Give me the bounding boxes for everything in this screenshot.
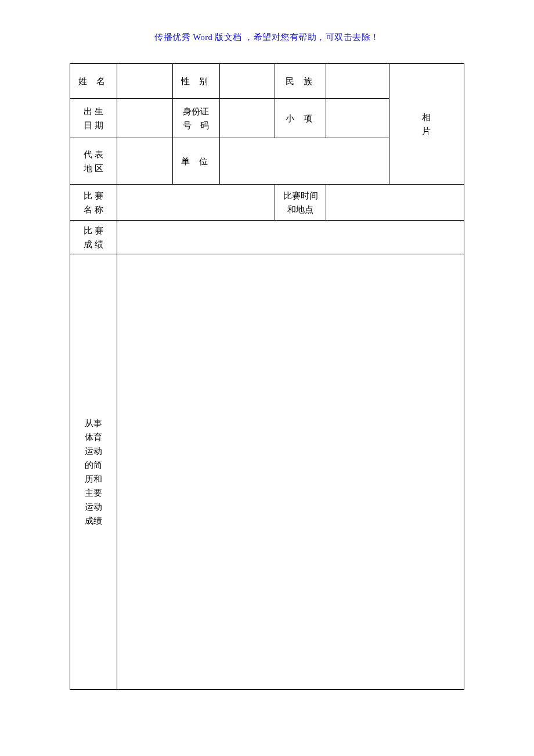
photo-label-2: 片 [422,127,431,136]
value-comp-time-place [326,185,464,221]
history-l3: 运动 [85,447,102,456]
label-unit: 单 位 [172,138,219,185]
label-name: 姓 名 [70,64,117,99]
label-comp-time-place: 比赛时间 和地点 [275,185,326,221]
label-birth-date-l1: 出 生 [84,107,103,116]
document-page: 传播优秀 Word 版文档 ，希望对您有帮助，可双击去除！ 姓 名 性 别 民 … [0,0,534,756]
history-l6: 主要 [85,488,102,498]
history-l4: 的简 [85,460,102,470]
value-comp-result [117,221,464,254]
value-id-number [219,99,275,138]
label-id-number: 身份证 号 码 [172,99,219,138]
value-birth-date [117,99,172,138]
label-comp-result-l1: 比 赛 [84,226,103,235]
history-l7: 运动 [85,502,102,512]
label-ethnicity: 民 族 [275,64,326,99]
label-comp-time-l2: 和地点 [287,205,313,214]
label-region-l2: 地 区 [84,164,103,173]
value-ethnicity [326,64,389,99]
header-note: 传播优秀 Word 版文档 ，希望对您有帮助，可双击去除！ [70,32,464,43]
label-id-l2: 号 码 [183,121,209,130]
value-name [117,64,172,99]
label-birth-date: 出 生 日 期 [70,99,117,138]
value-gender [219,64,275,99]
photo-cell: 相 片 [389,64,464,185]
history-l2: 体育 [85,433,102,442]
label-comp-name: 比 赛 名 称 [70,185,117,221]
value-unit [219,138,389,185]
label-region-l1: 代 表 [84,150,103,159]
label-sub-event: 小 项 [275,99,326,138]
history-l5: 历和 [85,474,102,484]
label-region: 代 表 地 区 [70,138,117,185]
label-comp-name-l1: 比 赛 [84,191,103,200]
label-comp-name-l2: 名 称 [84,205,103,214]
history-l8: 成绩 [85,516,102,525]
label-birth-date-l2: 日 期 [84,121,103,130]
photo-label-1: 相 [422,113,431,122]
label-comp-result: 比 赛 成 绩 [70,221,117,254]
label-comp-time-l1: 比赛时间 [283,191,318,200]
value-comp-name [117,185,275,221]
label-sports-history: 从事 体育 运动 的简 历和 主要 运动 成绩 [70,254,117,690]
value-region [117,138,172,185]
application-form-table: 姓 名 性 别 民 族 相 片 出 生 日 期 身份证 号 码 小 项 [70,63,464,690]
label-comp-result-l2: 成 绩 [84,240,103,249]
label-gender: 性 别 [172,64,219,99]
value-sub-event [326,99,389,138]
label-id-l1: 身份证 [183,107,209,116]
value-sports-history [117,254,464,690]
history-l1: 从事 [85,419,102,428]
